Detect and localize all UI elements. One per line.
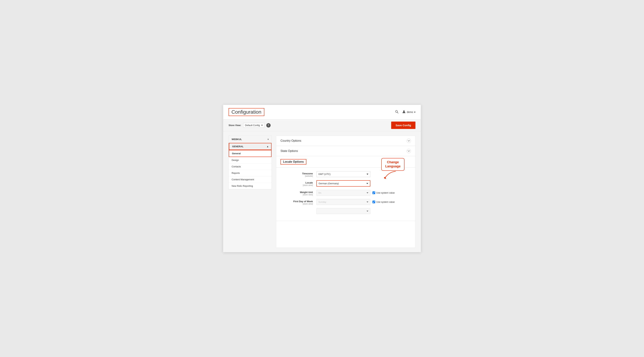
- extra-control: [316, 208, 411, 214]
- country-options-chevron: [407, 139, 411, 143]
- help-icon[interactable]: ?: [266, 123, 270, 127]
- first-day-label: First Day of Week [store view]: [280, 199, 316, 205]
- sidebar-item-contacts-label: Contacts: [232, 165, 241, 168]
- weight-unit-system-checkbox[interactable]: [372, 191, 375, 194]
- timezone-label: Timezone [website]: [280, 171, 316, 177]
- locale-options-section: Locale Options ChangeLanguage: [276, 156, 415, 221]
- change-language-callout-container: ChangeLanguage: [381, 158, 404, 171]
- sidebar-item-content-management[interactable]: Content Management: [229, 176, 272, 183]
- country-options-title: Country Options: [280, 139, 301, 142]
- header: Configuration demo ▾: [223, 105, 421, 119]
- first-day-system-checkbox[interactable]: [372, 201, 375, 203]
- main-content: Country Options State Options: [276, 136, 416, 248]
- locale-options-header: Locale Options ChangeLanguage: [276, 156, 415, 168]
- locale-row: Locale [store view] German (Germany): [280, 180, 411, 187]
- sidebar-general-chevron: ▴: [267, 145, 268, 148]
- search-button[interactable]: [394, 109, 399, 115]
- search-icon: [395, 110, 398, 113]
- sidebar-item-new-relic-reporting-label: New Relic Reporting: [232, 185, 253, 187]
- weight-unit-system-value: Use system value: [372, 191, 395, 194]
- state-options-section[interactable]: State Options: [276, 146, 415, 156]
- sidebar-item-new-relic-reporting[interactable]: New Relic Reporting: [229, 183, 272, 189]
- locale-select[interactable]: German (Germany): [316, 180, 370, 187]
- sidebar-section: WEBKUL ▾ GENERAL ▴ General Design Contac…: [228, 136, 272, 189]
- sidebar-group-webkul[interactable]: WEBKUL ▾: [229, 136, 272, 143]
- weight-unit-select[interactable]: lbs: [316, 190, 370, 196]
- extra-label: [280, 208, 316, 209]
- state-options-chevron: [407, 149, 411, 153]
- country-options-section[interactable]: Country Options: [276, 136, 415, 146]
- weight-unit-row: Weight Unit [store view] lbs Use system …: [280, 190, 411, 196]
- toolbar: Store View: Default Config ? Save Config: [223, 119, 421, 131]
- first-day-control: Sunday Use system value: [316, 199, 411, 205]
- body-layout: WEBKUL ▾ GENERAL ▴ General Design Contac…: [223, 131, 421, 252]
- callout-arrow: [383, 170, 397, 179]
- sidebar-item-design[interactable]: Design: [229, 157, 272, 163]
- timezone-select[interactable]: GMT (UTC): [316, 171, 370, 177]
- sidebar-item-general-label: General: [232, 152, 240, 155]
- extra-select[interactable]: [316, 208, 370, 214]
- save-config-button[interactable]: Save Config: [391, 122, 416, 129]
- sidebar: WEBKUL ▾ GENERAL ▴ General Design Contac…: [228, 136, 272, 248]
- store-view-select[interactable]: Default Config: [243, 123, 264, 128]
- sidebar-item-design-label: Design: [232, 159, 239, 161]
- state-options-title: State Options: [280, 149, 298, 153]
- user-icon: [402, 110, 406, 114]
- sidebar-item-reports[interactable]: Reports: [229, 170, 272, 176]
- first-day-select[interactable]: Sunday: [316, 199, 370, 205]
- locale-options-title: Locale Options: [280, 159, 306, 164]
- store-view-label: Store View:: [228, 124, 241, 127]
- extra-row: [280, 208, 411, 214]
- svg-line-1: [397, 112, 398, 113]
- sidebar-item-contacts[interactable]: Contacts: [229, 163, 272, 170]
- locale-control: German (Germany): [316, 180, 411, 187]
- sidebar-webkul-chevron: ▾: [268, 138, 269, 141]
- locale-label: Locale [store view]: [280, 180, 316, 186]
- weight-unit-control: lbs Use system value: [316, 190, 411, 196]
- weight-unit-label: Weight Unit [store view]: [280, 190, 316, 196]
- sidebar-group-general-label: GENERAL: [232, 145, 244, 148]
- user-menu-button[interactable]: demo ▾: [402, 110, 416, 114]
- sidebar-item-content-management-label: Content Management: [232, 178, 254, 181]
- weight-unit-system-label: Use system value: [376, 191, 395, 194]
- page-title: Configuration: [228, 108, 264, 116]
- user-dropdown-icon: ▾: [414, 111, 416, 113]
- header-right: demo ▾: [394, 109, 416, 115]
- sidebar-group-general[interactable]: GENERAL ▴: [229, 143, 272, 150]
- first-day-system-label: Use system value: [376, 201, 395, 203]
- svg-point-2: [403, 110, 405, 112]
- change-language-callout: ChangeLanguage: [381, 158, 404, 171]
- toolbar-left: Store View: Default Config ?: [228, 123, 270, 128]
- sidebar-item-reports-label: Reports: [232, 172, 240, 174]
- first-day-row: First Day of Week [store view] Sunday Us…: [280, 199, 411, 205]
- sidebar-group-webkul-label: WEBKUL: [232, 138, 242, 141]
- user-name: demo: [407, 111, 413, 113]
- sidebar-item-general[interactable]: General: [229, 150, 272, 157]
- first-day-system-value: Use system value: [372, 201, 395, 203]
